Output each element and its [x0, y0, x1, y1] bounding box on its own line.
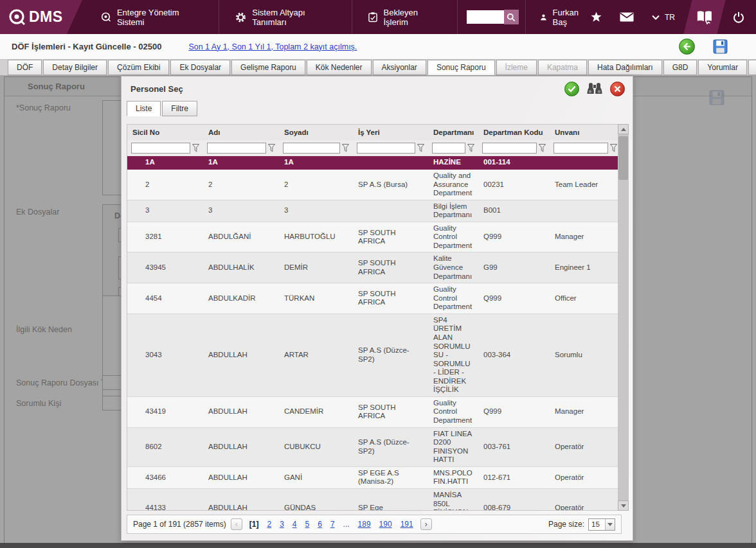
- cell-is-yeri: SP SOUTH AFRICA: [353, 222, 428, 252]
- qdms-logo[interactable]: DMS: [0, 0, 85, 34]
- user-guide-button[interactable]: [683, 0, 725, 34]
- page-link[interactable]: 7: [330, 520, 335, 529]
- cell-adi: ABDULLAH: [203, 396, 279, 427]
- table-row[interactable]: 3043 ABDULLAH ARTAR SP A.S (Düzce-SP2) S…: [127, 314, 621, 396]
- table-row[interactable]: 43419 ABDULLAH CANDEMİR SP SOUTH AFRICA …: [127, 396, 621, 427]
- cell-sicil-no: 1A: [127, 156, 203, 169]
- main-tab[interactable]: DÖF: [8, 60, 42, 75]
- filter-funnel-icon[interactable]: [342, 144, 349, 152]
- user-menu[interactable]: Furkan Baş: [525, 0, 582, 34]
- table-row[interactable]: 43945 ABDULHALİK DEMİR SP SOUTH AFRICA K…: [127, 252, 621, 283]
- next-page-button[interactable]: ›: [420, 518, 432, 530]
- cell-is-yeri: SP A.S (Düzce-SP2): [353, 314, 428, 396]
- favorites-button[interactable]: [582, 0, 611, 34]
- main-tab[interactable]: Sonuç Raporu: [428, 60, 495, 75]
- column-header[interactable]: Departmanı: [428, 125, 478, 140]
- cell-adi: ABDULHALİK: [203, 252, 279, 283]
- filter-input[interactable]: [432, 143, 465, 154]
- modal-tab[interactable]: Filtre: [162, 101, 197, 116]
- main-tab[interactable]: G8D: [663, 60, 698, 75]
- column-header[interactable]: İş Yeri: [353, 125, 428, 140]
- main-tab[interactable]: Detay Bilgiler: [43, 60, 107, 75]
- vertical-scrollbar[interactable]: [618, 124, 629, 511]
- cell-unvani: Manager: [550, 222, 621, 252]
- main-tab[interactable]: Ek Dosyalar: [170, 60, 230, 75]
- main-tab[interactable]: Görüntüle: [748, 60, 756, 75]
- table-row[interactable]: 3 3 3 Bilgi İşlem Departmanı B001: [127, 200, 621, 222]
- main-tab[interactable]: Kök Nedenler: [307, 60, 372, 75]
- page-link[interactable]: 3: [280, 520, 284, 529]
- scrollbar-thumb[interactable]: [618, 136, 628, 180]
- filter-input[interactable]: [357, 143, 415, 154]
- logout-button[interactable]: [725, 0, 756, 34]
- page-link[interactable]: 191: [401, 520, 413, 529]
- page-link[interactable]: 5: [305, 520, 310, 529]
- close-button[interactable]: [610, 82, 625, 96]
- page-link[interactable]: 4: [292, 520, 297, 529]
- language-selector[interactable]: TR: [643, 0, 684, 34]
- main-tab[interactable]: Hata Dağılımları: [588, 60, 662, 75]
- column-header[interactable]: Soyadı: [279, 125, 353, 140]
- page-link[interactable]: 189: [358, 520, 371, 529]
- search-personnel-button[interactable]: [586, 82, 603, 95]
- back-button[interactable]: [679, 39, 695, 55]
- table-row[interactable]: 44133 ABDULLAH GÜNDAŞ SP Ege MANİSA 850L…: [127, 488, 621, 511]
- cell-departmani: HAZİNE: [428, 156, 478, 169]
- cell-sicil-no: 3: [127, 200, 203, 222]
- filter-funnel-icon[interactable]: [610, 144, 617, 152]
- table-row[interactable]: 1A 1A 1A HAZİNE 001-114: [127, 156, 621, 169]
- column-header[interactable]: Departman Kodu: [478, 125, 550, 140]
- menu-sistem-altyapi-tanimlari[interactable]: Sistem Altyapı Tanımları: [219, 0, 352, 34]
- filter-input[interactable]: [554, 143, 608, 154]
- filter-funnel-icon[interactable]: [467, 144, 474, 152]
- page-link[interactable]: 190: [379, 520, 392, 529]
- column-header[interactable]: Sicil No: [127, 125, 203, 140]
- cell-is-yeri: SP SOUTH AFRICA: [353, 283, 428, 314]
- cell-departman-kodu: 003-761: [478, 427, 550, 466]
- confirm-button[interactable]: [564, 82, 579, 96]
- main-tab[interactable]: Aksiyonlar: [373, 60, 426, 75]
- record-stats-link[interactable]: Son 1 Ay 1, Son 1 Yıl 1, Toplam 2 kayıt …: [188, 42, 357, 51]
- table-row[interactable]: 43466 ABDULLAH GANİ SP EGE A.S (Manisa-2…: [127, 466, 621, 488]
- column-header[interactable]: Unvanı: [550, 125, 621, 140]
- main-tab[interactable]: Çözüm Ekibi: [108, 60, 169, 75]
- column-header[interactable]: Adı: [203, 125, 279, 140]
- filter-funnel-icon[interactable]: [417, 144, 424, 152]
- scroll-down-button[interactable]: [618, 500, 629, 511]
- filter-input[interactable]: [283, 143, 340, 154]
- filter-input[interactable]: [482, 143, 537, 154]
- cell-is-yeri: [353, 156, 428, 169]
- main-tab[interactable]: Gelişme Raporu: [231, 60, 305, 75]
- page-link[interactable]: 2: [267, 520, 271, 529]
- cell-sicil-no: 8602: [127, 427, 203, 466]
- filter-funnel-icon[interactable]: [539, 144, 546, 152]
- modal-tab[interactable]: Liste: [127, 101, 161, 116]
- scroll-up-button[interactable]: [618, 124, 629, 134]
- filter-input[interactable]: [207, 143, 266, 154]
- filter-input[interactable]: [131, 143, 190, 154]
- messages-button[interactable]: [611, 0, 643, 34]
- chevron-down-icon: [652, 15, 660, 20]
- menu-entegre-yonetim-sistemi[interactable]: Entegre Yönetim Sistemi: [85, 0, 219, 34]
- cell-is-yeri: SP A.S (Bursa): [353, 169, 428, 200]
- cell-departman-kodu: B001: [478, 200, 550, 222]
- global-search-input[interactable]: [467, 10, 504, 24]
- filter-funnel-icon[interactable]: [268, 144, 275, 152]
- page-link[interactable]: 6: [318, 520, 322, 529]
- save-button[interactable]: [713, 39, 728, 54]
- table-row[interactable]: 8602 ABDULLAH CUBUKCU SP A.S (Düzce-SP2)…: [127, 427, 621, 466]
- binoculars-icon: [586, 82, 603, 95]
- table-row[interactable]: 3281 ABDULĞANİ HARBUTOĞLU SP SOUTH AFRIC…: [127, 222, 621, 252]
- cell-unvani: Manager: [550, 396, 621, 427]
- main-tab[interactable]: Yorumlar: [698, 60, 747, 75]
- qdms-app: DMS Entegre Yönetim Sistemi Sistem Altya…: [0, 0, 756, 548]
- cell-sicil-no: 2: [127, 169, 203, 200]
- page-size-select[interactable]: 15: [588, 518, 615, 531]
- search-button[interactable]: [504, 10, 519, 24]
- pagination-summary: Page 1 of 191 (2857 items): [133, 520, 226, 529]
- filter-cell: [478, 140, 550, 156]
- table-row[interactable]: 4454 ABDULKADİR TÜRKAN SP SOUTH AFRICA G…: [127, 283, 621, 314]
- filter-funnel-icon[interactable]: [192, 144, 199, 152]
- table-row[interactable]: 2 2 2 SP A.S (Bursa) Quality and Assuran…: [127, 169, 621, 200]
- menu-bekleyen-islerim[interactable]: Bekleyen İşlerim: [352, 0, 457, 34]
